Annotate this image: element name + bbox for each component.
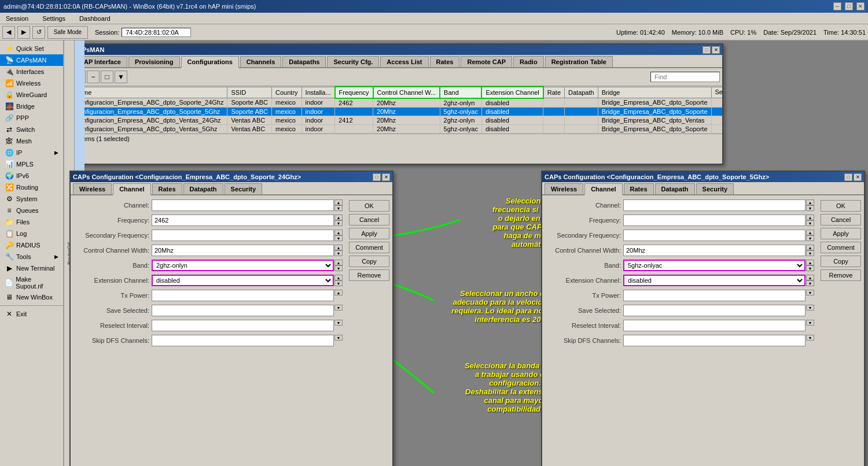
ok-button-5[interactable]: OK — [821, 200, 861, 212]
cancel-button-24[interactable]: Cancel — [349, 214, 389, 225]
channel-down-5[interactable]: ▼ — [806, 205, 814, 211]
ok-button-24[interactable]: OK — [349, 200, 389, 212]
tab-security-cfg[interactable]: Security Cfg. — [327, 56, 379, 67]
ext-up[interactable]: ▲ — [334, 275, 343, 280]
tx-input[interactable] — [152, 290, 334, 301]
table-row-selected[interactable]: Configuracion_Empresa_ABC_dpto_Soporte_5… — [71, 107, 723, 116]
tab-5-security[interactable]: Security — [696, 183, 734, 194]
comment-button-24[interactable]: Comment — [349, 242, 389, 253]
tab-24-security[interactable]: Security — [225, 183, 262, 194]
find-input[interactable] — [650, 72, 720, 82]
table-row-3[interactable]: Configuracion_Empresa_ABC_dpto_Ventas_24… — [71, 116, 723, 124]
sidebar-item-files[interactable]: 📁 Files — [0, 216, 63, 228]
ccw-down[interactable]: ▼ — [334, 250, 343, 256]
band-down[interactable]: ▼ — [334, 265, 343, 271]
col-ccwidth[interactable]: Control Channel W... — [373, 87, 440, 98]
sidebar-item-new-terminal[interactable]: ▶ New Terminal — [0, 262, 63, 274]
skip-dfs-input-5[interactable] — [623, 335, 806, 346]
minimize-button[interactable]: ─ — [833, 2, 841, 10]
freq-up-5[interactable]: ▲ — [806, 214, 814, 220]
sidebar-item-queues[interactable]: ≡ Queues — [0, 205, 63, 216]
tab-5-wireless[interactable]: Wireless — [545, 183, 583, 194]
cancel-button-5[interactable]: Cancel — [821, 214, 861, 225]
tab-rates[interactable]: Rates — [430, 56, 460, 67]
tab-registration-table[interactable]: Registration Table — [545, 56, 613, 67]
apply-button-24[interactable]: Apply — [349, 228, 389, 239]
safe-mode-button[interactable]: Safe Mode — [47, 26, 88, 39]
skip-dfs-down[interactable]: ▼ — [334, 335, 343, 341]
freq-down[interactable]: ▼ — [334, 220, 343, 226]
reselect-input-5[interactable] — [623, 320, 806, 331]
capsman-titlebar[interactable]: CAPsMAN □ ✕ — [71, 45, 722, 55]
ext-select[interactable]: disabled — [152, 275, 334, 286]
ccw-input[interactable] — [152, 245, 334, 256]
skip-dfs-input[interactable] — [152, 335, 334, 346]
copy-button-5[interactable]: Copy — [821, 256, 861, 267]
sidebar-item-mpls[interactable]: 📊 MPLS — [0, 158, 63, 170]
sec-freq-up-5[interactable]: ▲ — [806, 230, 814, 235]
sidebar-item-log[interactable]: 📋 Log — [0, 228, 63, 239]
sidebar-item-ppp[interactable]: 🔗 PPP — [0, 112, 63, 124]
sidebar-item-routing[interactable]: 🔀 Routing — [0, 182, 63, 193]
remove-config-button[interactable]: − — [87, 71, 100, 83]
sidebar-item-exit[interactable]: ✕ Exit — [0, 308, 63, 320]
col-security[interactable]: Security — [711, 87, 722, 98]
tab-24-channel[interactable]: Channel — [113, 183, 150, 195]
sidebar-item-switch[interactable]: ⇄ Switch — [0, 124, 63, 135]
table-row-4[interactable]: Configuracion_Empresa_ABC_dpto_Ventas_5G… — [71, 124, 723, 133]
reselect-down[interactable]: ▼ — [334, 320, 343, 326]
col-install[interactable]: Installa... — [301, 87, 335, 98]
tx-input-5[interactable] — [623, 290, 806, 301]
save-input[interactable] — [152, 305, 334, 316]
sidebar-item-wireguard[interactable]: 🔒 WireGuard — [0, 89, 63, 101]
skip-dfs-down-5[interactable]: ▼ — [806, 335, 814, 341]
tab-24-datapath[interactable]: Datapath — [183, 183, 223, 194]
tx-up[interactable]: ▲ — [334, 290, 343, 295]
sec-freq-up[interactable]: ▲ — [334, 230, 343, 235]
table-row[interactable]: Configuracion_Empresa_ABC_dpto_Soporte_2… — [71, 98, 723, 108]
col-country[interactable]: Country — [272, 87, 302, 98]
channel-up[interactable]: ▲ — [334, 199, 343, 205]
ccw-up-5[interactable]: ▲ — [806, 245, 814, 250]
tab-5-channel[interactable]: Channel — [584, 183, 622, 195]
config-24-titlebar[interactable]: CAPs Configuration <Configuracion_Empres… — [71, 172, 392, 182]
channel-down[interactable]: ▼ — [334, 205, 343, 211]
tx-up-5[interactable]: ▼ — [806, 290, 814, 295]
menu-settings[interactable]: Settings — [39, 14, 69, 23]
reselect-input[interactable] — [152, 320, 334, 331]
sidebar-item-mesh[interactable]: 🕸 Mesh — [0, 135, 63, 147]
ext-select-5[interactable]: disabled — [623, 275, 806, 286]
save-input-5[interactable] — [623, 305, 806, 316]
ext-up-5[interactable]: ▲ — [806, 275, 814, 280]
sec-freq-down[interactable]: ▼ — [334, 235, 343, 241]
forward-button[interactable]: ▶ — [17, 26, 30, 39]
sidebar-item-capsman[interactable]: 📡 CAPsMAN — [0, 54, 63, 66]
band-down-5[interactable]: ▼ — [806, 265, 814, 271]
config-5-titlebar[interactable]: CAPs Configuration <Configuracion_Empres… — [542, 172, 864, 182]
tab-24-wireless[interactable]: Wireless — [73, 183, 112, 194]
menu-dashboard[interactable]: Dashboard — [76, 14, 114, 23]
col-band[interactable]: Band — [440, 87, 481, 98]
apply-button-5[interactable]: Apply — [821, 228, 861, 239]
band-up[interactable]: ▲ — [334, 260, 343, 265]
refresh-button[interactable]: ↺ — [32, 26, 45, 39]
back-button[interactable]: ◀ — [2, 26, 15, 39]
maximize-button[interactable]: □ — [845, 2, 853, 10]
ccw-input-5[interactable] — [623, 245, 806, 256]
sidebar-item-make-supout[interactable]: 📄 Make Supout.rif — [0, 274, 63, 291]
channel-input-5[interactable] — [623, 199, 806, 211]
tab-5-datapath[interactable]: Datapath — [655, 183, 695, 194]
sec-freq-input-5[interactable] — [623, 230, 806, 241]
tab-radio[interactable]: Radio — [513, 56, 544, 67]
col-extension[interactable]: Extension Channel — [481, 87, 543, 98]
band-select-5[interactable]: 5ghz-onlyac — [623, 260, 806, 271]
config-5-close[interactable]: ✕ — [854, 173, 862, 181]
tab-datapaths[interactable]: Datapaths — [282, 56, 326, 67]
sidebar-item-interfaces[interactable]: 🔌 Interfaces — [0, 66, 63, 77]
tab-remote-cap[interactable]: Remote CAP — [461, 56, 512, 67]
remove-button-5[interactable]: Remove — [821, 269, 861, 281]
copy-button-24[interactable]: Copy — [349, 256, 389, 267]
col-frequency[interactable]: Frequency — [335, 87, 373, 98]
capsman-close-btn[interactable]: ✕ — [712, 46, 720, 54]
col-rate[interactable]: Rate — [543, 87, 565, 98]
